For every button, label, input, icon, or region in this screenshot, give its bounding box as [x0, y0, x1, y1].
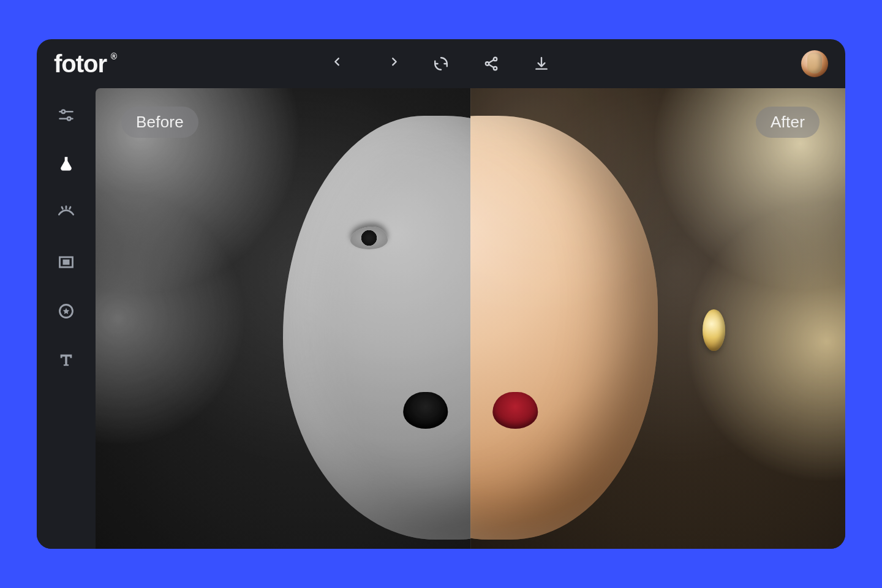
share-button[interactable]: [483, 55, 500, 72]
sidebar-item-frames[interactable]: [56, 252, 76, 272]
sidebar-item-stickers[interactable]: [56, 301, 76, 321]
text-icon: [58, 352, 75, 369]
eye-icon: [58, 205, 75, 222]
brand-text: fotor: [54, 50, 107, 77]
svg-line-12: [62, 207, 62, 209]
body: Before After: [37, 88, 845, 549]
svg-line-4: [489, 64, 494, 67]
sidebar-item-beauty[interactable]: [56, 203, 76, 223]
after-label: After: [756, 107, 820, 138]
share-icon: [483, 56, 499, 72]
frame-icon: [58, 254, 75, 271]
svg-line-3: [489, 60, 494, 63]
brand-logo[interactable]: fotor®: [54, 50, 116, 78]
before-label: Before: [121, 107, 198, 138]
after-panel: [470, 88, 845, 549]
user-avatar[interactable]: [801, 50, 828, 77]
sidebar: [37, 88, 96, 549]
app-window: fotor®: [37, 39, 845, 549]
canvas[interactable]: Before After: [96, 88, 845, 549]
topbar: fotor®: [37, 39, 845, 88]
sidebar-item-text[interactable]: [56, 350, 76, 370]
compare-icon: [433, 56, 449, 72]
svg-line-13: [70, 207, 70, 209]
sidebar-item-adjust[interactable]: [56, 105, 76, 125]
svg-rect-15: [64, 260, 69, 264]
compare-divider[interactable]: [470, 88, 471, 549]
sidebar-item-effects[interactable]: [56, 154, 76, 174]
download-button[interactable]: [533, 55, 550, 72]
brand-mark: ®: [111, 51, 116, 61]
compare-button[interactable]: [432, 55, 450, 72]
undo-button[interactable]: [332, 55, 349, 72]
undo-icon: [333, 56, 349, 72]
flask-icon: [58, 156, 75, 173]
redo-button[interactable]: [382, 55, 399, 72]
svg-point-10: [67, 117, 70, 120]
sliders-icon: [58, 107, 75, 124]
star-badge-icon: [58, 303, 75, 320]
svg-point-8: [62, 110, 65, 113]
redo-icon: [383, 56, 399, 72]
download-icon: [533, 56, 549, 72]
compare-view: [96, 88, 845, 549]
before-panel: [96, 88, 470, 549]
top-actions: [332, 55, 550, 72]
